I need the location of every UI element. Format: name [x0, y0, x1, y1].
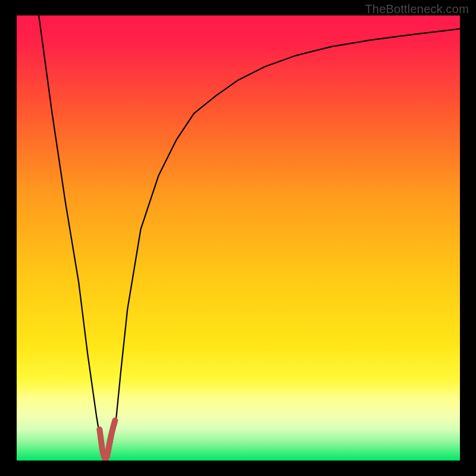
chart-frame: TheBottleneck.com — [0, 0, 476, 476]
watermark-text: TheBottleneck.com — [365, 2, 469, 16]
plot-area — [17, 15, 460, 461]
gradient-background — [17, 15, 460, 461]
chart-svg — [17, 15, 460, 461]
